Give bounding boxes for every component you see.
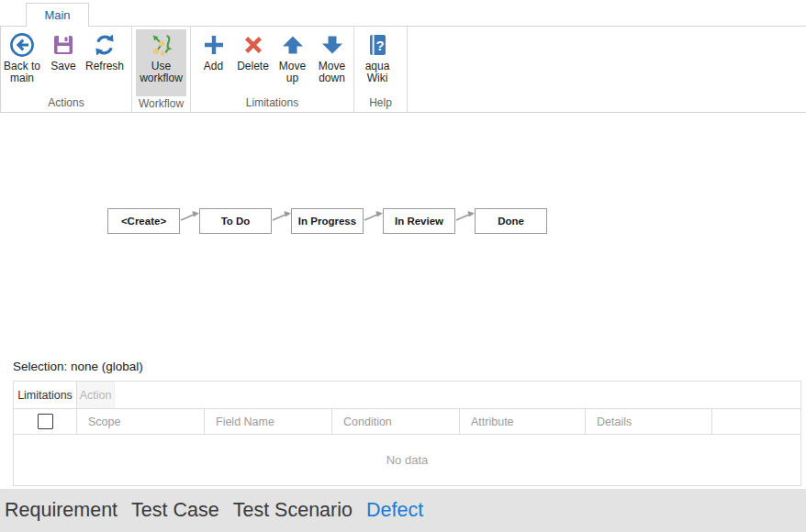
column-header-attribute[interactable]: Attribute bbox=[460, 409, 586, 434]
workflow-step-label: In Review bbox=[395, 216, 443, 227]
group-label-help: Help bbox=[354, 95, 407, 112]
select-all-cell bbox=[14, 409, 77, 434]
delete-button[interactable]: Delete bbox=[233, 29, 273, 72]
select-all-checkbox[interactable] bbox=[38, 414, 53, 429]
back-arrow-icon bbox=[9, 31, 35, 59]
group-label-actions: Actions bbox=[1, 95, 131, 112]
ribbon-group-workflow: Use workflow Workflow bbox=[132, 27, 191, 112]
grid-header: Scope Field Name Condition Attribute Det… bbox=[14, 409, 800, 435]
panel-tab-action-label: Action bbox=[80, 389, 112, 402]
aqua-wiki-label: aqua Wiki bbox=[356, 61, 398, 84]
plus-icon bbox=[201, 31, 227, 59]
refresh-label: Refresh bbox=[85, 61, 124, 72]
back-to-main-button[interactable]: Back to main bbox=[2, 29, 42, 84]
use-workflow-icon bbox=[150, 31, 174, 59]
workflow-step-done[interactable]: Done bbox=[475, 208, 547, 234]
refresh-button[interactable]: Refresh bbox=[84, 29, 125, 72]
ribbon-group-limitations: Add Delete Move up bbox=[191, 27, 354, 112]
workflow-canvas: <Create> To Do In Progress In Review Don… bbox=[0, 113, 806, 358]
workflow-step-todo[interactable]: To Do bbox=[199, 208, 272, 234]
workflow-step-create[interactable]: <Create> bbox=[107, 208, 180, 234]
delete-label: Delete bbox=[237, 61, 269, 72]
limitations-panel: Limitations Action Scope Field Name Cond… bbox=[13, 381, 801, 486]
workflow-step-in-review[interactable]: In Review bbox=[383, 208, 455, 234]
footer-tab-test-scenario[interactable]: Test Scenario bbox=[233, 499, 353, 522]
move-down-label: Move down bbox=[312, 61, 352, 84]
panel-tab-action: Action bbox=[77, 382, 115, 408]
item-type-bar: Requirement Test Case Test Scenario Defe… bbox=[0, 489, 806, 532]
column-header-scope[interactable]: Scope bbox=[77, 409, 205, 434]
footer-tab-test-case[interactable]: Test Case bbox=[131, 499, 219, 522]
back-to-main-label: Back to main bbox=[2, 61, 42, 84]
move-up-button[interactable]: Move up bbox=[273, 29, 312, 84]
use-workflow-label: Use workflow bbox=[136, 61, 186, 84]
tab-main-label: Main bbox=[44, 8, 70, 22]
group-label-limitations: Limitations bbox=[191, 95, 353, 112]
add-label: Add bbox=[204, 61, 223, 72]
workflow-arrows bbox=[0, 113, 806, 358]
panel-tab-limitations[interactable]: Limitations bbox=[14, 382, 77, 408]
refresh-icon bbox=[92, 31, 118, 59]
add-button[interactable]: Add bbox=[194, 29, 233, 72]
ribbon: Back to main Save bbox=[0, 26, 806, 113]
arrow-up-icon bbox=[280, 31, 306, 59]
help-book-icon: ? bbox=[364, 31, 390, 59]
column-header-condition[interactable]: Condition bbox=[332, 409, 460, 434]
arrow-down-icon bbox=[319, 31, 345, 59]
column-header-field-name[interactable]: Field Name bbox=[205, 409, 332, 434]
ribbon-group-actions: Back to main Save bbox=[1, 27, 132, 112]
ribbon-group-help: ? aqua Wiki Help bbox=[354, 27, 408, 112]
panel-tab-limitations-label: Limitations bbox=[17, 389, 73, 402]
column-header-empty bbox=[712, 409, 800, 434]
tab-main[interactable]: Main bbox=[26, 3, 89, 27]
delete-x-icon bbox=[241, 31, 266, 59]
ribbon-empty-space bbox=[408, 27, 806, 112]
group-label-workflow: Workflow bbox=[132, 96, 190, 113]
selection-label: Selection: none (global) bbox=[13, 360, 143, 373]
move-up-label: Move up bbox=[273, 61, 312, 84]
workflow-step-label: In Progress bbox=[298, 216, 356, 227]
workflow-step-in-progress[interactable]: In Progress bbox=[291, 208, 364, 234]
aqua-wiki-button[interactable]: ? aqua Wiki bbox=[356, 29, 398, 84]
workflow-step-label: <Create> bbox=[121, 216, 166, 227]
save-button[interactable]: Save bbox=[43, 29, 84, 72]
grid-empty-state: No data bbox=[14, 435, 800, 485]
workflow-step-label: To Do bbox=[221, 216, 251, 227]
footer-tab-defect[interactable]: Defect bbox=[366, 499, 423, 522]
svg-text:?: ? bbox=[375, 38, 384, 53]
footer-tab-requirement[interactable]: Requirement bbox=[5, 499, 118, 522]
use-workflow-button[interactable]: Use workflow bbox=[136, 29, 186, 96]
no-data-text: No data bbox=[386, 453, 429, 467]
panel-tabs: Limitations Action bbox=[14, 382, 800, 409]
workflow-step-label: Done bbox=[498, 216, 524, 227]
move-down-button[interactable]: Move down bbox=[312, 29, 352, 84]
column-header-details[interactable]: Details bbox=[586, 409, 712, 434]
save-label: Save bbox=[50, 61, 75, 72]
save-floppy-icon bbox=[50, 31, 76, 59]
